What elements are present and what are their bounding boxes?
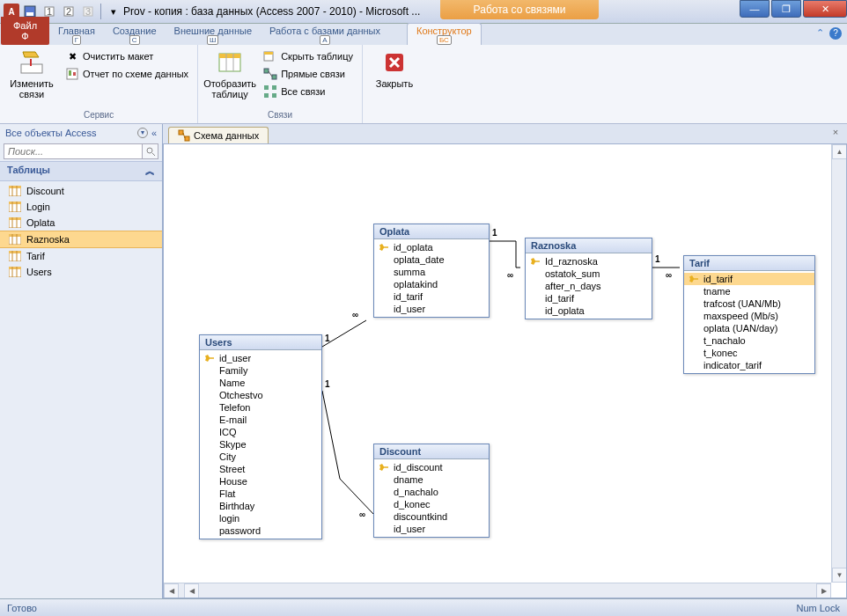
tab-file[interactable]: ФайлФ [1, 17, 49, 45]
scroll-down-icon[interactable]: ▼ [832, 568, 847, 583]
table-tarif[interactable]: Tarif id_tariftnametrafcost (UAN/Mb)maxs… [683, 255, 815, 374]
relation-report-button[interactable]: Отчет по схеме данных [62, 66, 192, 82]
svg-rect-23 [272, 85, 276, 90]
svg-rect-9 [30, 59, 32, 66]
field[interactable]: oplatakind [374, 278, 489, 290]
hide-table-button[interactable]: Скрыть таблицу [260, 48, 357, 64]
field[interactable]: id_tarif [374, 290, 489, 303]
nav-collapse-icon[interactable]: « [151, 128, 157, 138]
field[interactable]: indicator_tarif [684, 359, 814, 371]
field[interactable]: maxspeed (Mb/s) [684, 310, 814, 322]
field[interactable]: Skype [200, 438, 321, 451]
nav-item-users[interactable]: Users [0, 264, 162, 280]
nav-pane: Все объекты Access ▾ « Таблицы︽ Discount… [0, 124, 163, 598]
tab-external[interactable]: Внешние данныеШ [166, 24, 261, 45]
field[interactable]: E-mail [200, 414, 321, 426]
field[interactable]: id_tarif [526, 292, 652, 304]
relationships-canvas[interactable]: 1∞ 1∞ 1∞ 1∞ Users id_userFamilyNameOtche… [163, 143, 847, 598]
status-bar: Готово Num Lock [0, 598, 847, 616]
svg-rect-10 [67, 69, 77, 79]
field[interactable]: oplata_date [374, 253, 489, 266]
edit-relations-icon [18, 48, 46, 77]
field[interactable]: House [200, 475, 321, 488]
tab-home[interactable]: ГлавнаяГ [49, 24, 104, 45]
qat-dropdown-icon[interactable]: ▾ [105, 3, 122, 20]
field[interactable]: id_tarif [684, 273, 814, 285]
field[interactable]: login [200, 512, 321, 524]
tab-dbtools[interactable]: Работа с базами данныхА [261, 24, 389, 45]
field[interactable]: City [200, 451, 321, 463]
field[interactable]: id_user [200, 352, 321, 364]
minimize-button[interactable]: — [740, 0, 770, 18]
qat-item-2[interactable]: 2 [60, 3, 77, 20]
scroll-right-icon[interactable]: ▶ [816, 583, 831, 598]
field[interactable]: ICQ [200, 426, 321, 438]
nav-item-discount[interactable]: Discount [0, 183, 162, 199]
clear-layout-button[interactable]: ✖Очистить макет [62, 48, 192, 64]
nav-dropdown-icon[interactable]: ▾ [137, 128, 148, 138]
field[interactable]: ostatok_sum [526, 268, 652, 280]
close-button[interactable]: ✕ [803, 0, 847, 18]
nav-item-login[interactable]: Login [0, 199, 162, 215]
table-raznoska[interactable]: Raznoska Id_raznoskaostatok_sumafter_n_d… [525, 238, 652, 319]
doc-tab-schema[interactable]: Схема данных [168, 127, 269, 143]
tab-create[interactable]: СозданиеС [104, 24, 166, 45]
field[interactable]: Id_raznoska [526, 255, 652, 268]
field[interactable]: t_nachalo [684, 334, 814, 347]
search-input[interactable] [4, 143, 143, 159]
help-icon[interactable]: ? [829, 27, 842, 40]
field[interactable]: Family [200, 364, 321, 377]
field[interactable]: id_discount [374, 461, 489, 473]
scroll-left2-icon[interactable]: ◀ [184, 583, 199, 598]
field[interactable]: Birthday [200, 500, 321, 512]
field[interactable]: summa [374, 266, 489, 278]
nav-item-tarif[interactable]: Tarif [0, 248, 162, 264]
field[interactable]: oplata (UAN/day) [684, 322, 814, 334]
maximize-button[interactable]: ❐ [771, 0, 801, 18]
field[interactable]: after_n_days [526, 280, 652, 292]
nav-header[interactable]: Все объекты Access ▾ « [0, 124, 162, 142]
close-diagram-button[interactable]: Закрыть [368, 47, 421, 91]
field[interactable]: tname [684, 285, 814, 297]
field[interactable]: id_user [374, 523, 489, 535]
field[interactable]: id_user [374, 303, 489, 315]
field[interactable]: Otchestvo [200, 389, 321, 401]
field[interactable]: Telefon [200, 401, 321, 414]
field[interactable]: id_oplata [374, 241, 489, 253]
field[interactable]: discountkind [374, 510, 489, 523]
nav-category-tables[interactable]: Таблицы︽ [0, 161, 162, 181]
vertical-scrollbar[interactable]: ▲ ▼ [831, 144, 846, 583]
scroll-left-icon[interactable]: ◀ [164, 583, 179, 598]
svg-text:1: 1 [325, 379, 330, 389]
field[interactable]: id_oplata [526, 304, 652, 317]
show-table-button[interactable]: Отобразить таблицу [203, 47, 256, 101]
table-icon [9, 267, 21, 277]
field[interactable]: Street [200, 463, 321, 475]
nav-item-raznoska[interactable]: Raznoska [0, 231, 162, 248]
qat-item-3[interactable]: 3 [79, 3, 97, 20]
scroll-up-icon[interactable]: ▲ [832, 144, 847, 159]
doc-close-button[interactable]: × [829, 127, 842, 139]
table-oplata[interactable]: Oplata id_oplataoplata_datesummaoplataki… [373, 224, 490, 318]
table-discount[interactable]: Discount id_discountdnamed_nachalod_kone… [373, 444, 490, 538]
search-button[interactable] [143, 143, 158, 159]
nav-item-oplata[interactable]: Oplata [0, 215, 162, 231]
field[interactable]: dname [374, 473, 489, 486]
all-relations-button[interactable]: Все связи [260, 84, 357, 99]
tab-design[interactable]: КонструкторБС [407, 23, 482, 45]
qat-separator [100, 4, 101, 19]
field[interactable]: trafcost (UAN/Mb) [684, 297, 814, 310]
table-users[interactable]: Users id_userFamilyNameOtchestvoTelefonE… [199, 334, 322, 539]
field[interactable]: d_konec [374, 498, 489, 510]
field[interactable]: t_konec [684, 347, 814, 359]
ribbon-collapse-icon[interactable]: ⌃ [816, 27, 824, 40]
field[interactable]: d_nachalo [374, 486, 489, 498]
field[interactable]: password [200, 524, 321, 537]
field[interactable]: Flat [200, 488, 321, 500]
edit-relations-button[interactable]: Изменить связи [5, 47, 58, 101]
title-bar: A 1 2 3 ▾ Prov - копия : база данных (Ac… [0, 0, 847, 24]
field[interactable]: Name [200, 377, 321, 389]
direct-relations-button[interactable]: Прямые связи [260, 66, 357, 82]
group-label-empty [368, 108, 421, 121]
horizontal-scrollbar[interactable]: ◀ ◀ ▶ [164, 583, 831, 598]
